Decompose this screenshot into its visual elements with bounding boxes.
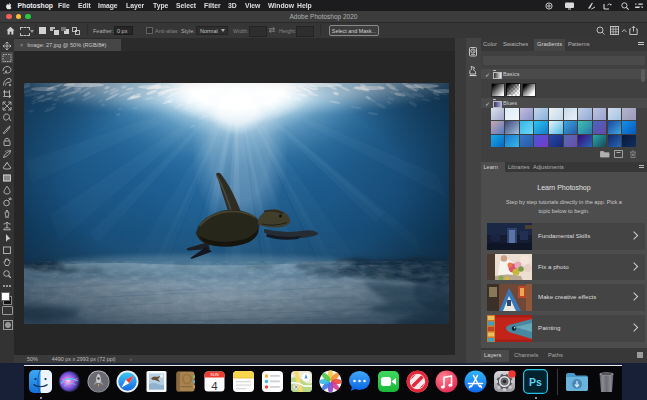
svg-text:4: 4 bbox=[212, 380, 219, 392]
svg-text:SUN: SUN bbox=[211, 372, 220, 377]
svg-text:Ps: Ps bbox=[529, 376, 542, 388]
